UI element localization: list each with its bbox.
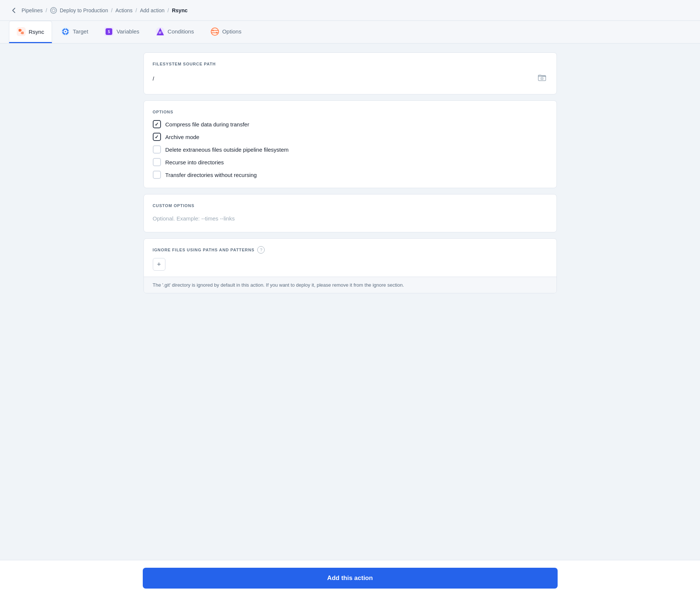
breadcrumb-sep-4: / [168,7,169,13]
filesystem-source-input[interactable] [153,74,533,83]
checkbox-recurse[interactable]: Recurse into directories [153,158,548,166]
breadcrumb: Pipelines / Deploy to Production / Actio… [22,7,187,14]
tab-target-label: Target [73,28,88,35]
checkmark-archive: ✓ [155,134,159,140]
target-tab-icon [61,27,70,36]
tabs-bar: Rsync Target S Variables [0,21,700,44]
checkbox-list: ✓ Compress file data during transfer ✓ A… [153,120,548,179]
tab-conditions-label: Conditions [168,28,194,35]
breadcrumb-add-action[interactable]: Add action [140,7,164,13]
tab-rsync[interactable]: Rsync [9,21,52,43]
filesystem-source-section: FILESYSTEM SOURCE PATH [143,52,557,94]
checkbox-transfer-dirs-box[interactable] [153,171,161,179]
add-action-button[interactable]: Add this action [143,568,558,589]
pipeline-status-icon [50,7,57,14]
checkbox-delete-label: Delete extraneous files outside pipeline… [165,146,289,153]
tab-target[interactable]: Target [54,21,96,43]
breadcrumb-bar: Pipelines / Deploy to Production / Actio… [0,0,700,21]
checkbox-compress-box[interactable]: ✓ [153,120,161,128]
svg-point-15 [212,30,214,31]
checkbox-compress[interactable]: ✓ Compress file data during transfer [153,120,548,128]
ignore-files-help[interactable]: ? [257,246,265,254]
bottom-bar: Add this action [0,560,700,596]
breadcrumb-rsync: Rsync [172,7,187,13]
rsync-tab-icon [17,27,26,36]
svg-point-16 [216,32,217,33]
filesystem-source-input-row [153,72,548,85]
conditions-tab-icon: IF [156,27,165,36]
add-icon: + [157,261,161,268]
tab-variables[interactable]: S Variables [97,21,146,43]
options-tab-icon [210,27,219,36]
options-section: OPTIONS ✓ Compress file data during tran… [143,100,557,188]
ignore-files-note: The '.git' directory is ignored by defau… [144,277,557,293]
tab-rsync-label: Rsync [29,29,44,35]
options-section-label: OPTIONS [153,110,548,114]
ignore-files-section: IGNORE FILES USING PATHS AND PATTERNS ? … [143,238,557,293]
checkmark-compress: ✓ [155,122,159,127]
breadcrumb-sep-3: / [136,7,137,13]
checkbox-transfer-dirs[interactable]: Transfer directories without recursing [153,171,548,179]
breadcrumb-sep-2: / [111,7,113,13]
filesystem-source-label: FILESYSTEM SOURCE PATH [153,62,548,66]
tab-options[interactable]: Options [203,21,249,43]
custom-options-section: CUSTOM OPTIONS [143,194,557,232]
checkbox-delete-box[interactable] [153,145,161,154]
checkbox-archive-label: Archive mode [165,134,200,140]
ignore-files-top: IGNORE FILES USING PATHS AND PATTERNS ? … [144,239,557,277]
variables-tab-icon: S [104,27,113,36]
tab-variables-label: Variables [116,28,139,35]
svg-text:S: S [108,30,110,34]
custom-options-label: CUSTOM OPTIONS [153,203,548,208]
svg-point-0 [52,9,55,12]
svg-point-5 [65,31,66,32]
checkbox-recurse-label: Recurse into directories [165,159,224,165]
ignore-files-label: IGNORE FILES USING PATHS AND PATTERNS [153,248,255,252]
breadcrumb-pipelines[interactable]: Pipelines [22,7,43,13]
checkbox-transfer-dirs-label: Transfer directories without recursing [165,172,257,178]
tab-conditions[interactable]: IF Conditions [148,21,201,43]
add-ignore-pattern-button[interactable]: + [153,258,165,271]
checkbox-compress-label: Compress file data during transfer [165,121,249,128]
main-content: FILESYSTEM SOURCE PATH OPTIONS [135,44,566,308]
breadcrumb-sep-1: / [46,7,47,13]
checkbox-archive[interactable]: ✓ Archive mode [153,133,548,141]
ignore-label-row: IGNORE FILES USING PATHS AND PATTERNS ? [153,246,548,254]
svg-point-14 [211,28,219,35]
checkbox-recurse-box[interactable] [153,158,161,166]
page-content: FILESYSTEM SOURCE PATH OPTIONS [0,44,700,345]
tab-options-label: Options [222,28,242,35]
svg-text:IF: IF [159,31,162,35]
checkbox-archive-box[interactable]: ✓ [153,133,161,141]
breadcrumb-actions[interactable]: Actions [116,7,133,13]
checkbox-delete[interactable]: Delete extraneous files outside pipeline… [153,145,548,154]
custom-options-input[interactable] [153,214,548,223]
browse-folder-button[interactable] [536,72,548,85]
back-button[interactable] [9,6,19,15]
breadcrumb-deploy[interactable]: Deploy to Production [60,7,108,13]
